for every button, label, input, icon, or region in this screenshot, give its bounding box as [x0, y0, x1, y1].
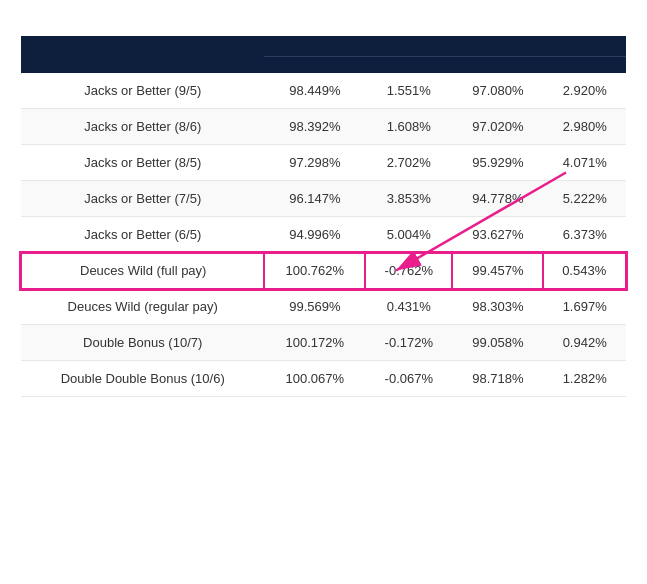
otf-house-edge-header: [543, 57, 626, 74]
fcb-house-edge-cell: 1.608%: [365, 109, 452, 145]
fcb-house-edge-cell: 3.853%: [365, 181, 452, 217]
game-name-cell: Jacks or Better (6/5): [21, 217, 264, 253]
fcb-return-rate-cell: 98.449%: [264, 73, 365, 109]
game-name-cell: Jacks or Better (8/5): [21, 145, 264, 181]
game-column-header: [21, 36, 264, 73]
fcb-house-edge-header: [365, 57, 452, 74]
otf-house-edge-cell: 6.373%: [543, 217, 626, 253]
table-row: Double Bonus (10/7)100.172%-0.172%99.058…: [21, 325, 626, 361]
otf-return-rate-cell: 98.303%: [452, 289, 543, 325]
table-row: Deuces Wild (regular pay)99.569%0.431%98…: [21, 289, 626, 325]
otf-house-edge-cell: 1.697%: [543, 289, 626, 325]
table-row: Deuces Wild (full pay)100.762%-0.762%99.…: [21, 253, 626, 289]
table-row: Jacks or Better (7/5)96.147%3.853%94.778…: [21, 181, 626, 217]
otf-return-rate-cell: 95.929%: [452, 145, 543, 181]
table-row: Jacks or Better (8/6)98.392%1.608%97.020…: [21, 109, 626, 145]
game-name-cell: Double Bonus (10/7): [21, 325, 264, 361]
fcb-return-rate-cell: 100.172%: [264, 325, 365, 361]
fcb-house-edge-cell: 0.431%: [365, 289, 452, 325]
table-row: Jacks or Better (6/5)94.996%5.004%93.627…: [21, 217, 626, 253]
game-name-cell: Jacks or Better (9/5): [21, 73, 264, 109]
otf-house-edge-cell: 1.282%: [543, 361, 626, 397]
otf-return-rate-cell: 98.718%: [452, 361, 543, 397]
otf-return-rate-cell: 97.020%: [452, 109, 543, 145]
five-credit-header: [264, 36, 452, 57]
fcb-return-rate-cell: 94.996%: [264, 217, 365, 253]
otf-return-rate-cell: 94.778%: [452, 181, 543, 217]
fcb-house-edge-cell: 2.702%: [365, 145, 452, 181]
game-name-cell: Double Double Bonus (10/6): [21, 361, 264, 397]
game-name-cell: Deuces Wild (full pay): [21, 253, 264, 289]
otf-house-edge-cell: 4.071%: [543, 145, 626, 181]
otf-return-rate-cell: 97.080%: [452, 73, 543, 109]
fcb-house-edge-cell: -0.067%: [365, 361, 452, 397]
fcb-house-edge-cell: 1.551%: [365, 73, 452, 109]
game-name-cell: Jacks or Better (7/5): [21, 181, 264, 217]
fcb-return-rate-cell: 100.762%: [264, 253, 365, 289]
otf-return-rate-cell: 99.457%: [452, 253, 543, 289]
otf-house-edge-cell: 0.942%: [543, 325, 626, 361]
fcb-house-edge-cell: -0.172%: [365, 325, 452, 361]
table-row: Jacks or Better (8/5)97.298%2.702%95.929…: [21, 145, 626, 181]
one-to-four-header: [452, 36, 626, 57]
fcb-return-rate-cell: 99.569%: [264, 289, 365, 325]
otf-return-rate-cell: 93.627%: [452, 217, 543, 253]
fcb-return-rate-cell: 96.147%: [264, 181, 365, 217]
otf-return-rate-header: [452, 57, 543, 74]
otf-house-edge-cell: 2.920%: [543, 73, 626, 109]
fcb-return-rate-cell: 100.067%: [264, 361, 365, 397]
table-row: Jacks or Better (9/5)98.449%1.551%97.080…: [21, 73, 626, 109]
fcb-return-rate-cell: 98.392%: [264, 109, 365, 145]
otf-house-edge-cell: 5.222%: [543, 181, 626, 217]
fcb-return-rate-header: [264, 57, 365, 74]
fcb-house-edge-cell: -0.762%: [365, 253, 452, 289]
game-name-cell: Deuces Wild (regular pay): [21, 289, 264, 325]
otf-house-edge-cell: 0.543%: [543, 253, 626, 289]
fcb-house-edge-cell: 5.004%: [365, 217, 452, 253]
fcb-return-rate-cell: 97.298%: [264, 145, 365, 181]
table-row: Double Double Bonus (10/6)100.067%-0.067…: [21, 361, 626, 397]
otf-house-edge-cell: 2.980%: [543, 109, 626, 145]
game-name-cell: Jacks or Better (8/6): [21, 109, 264, 145]
otf-return-rate-cell: 99.058%: [452, 325, 543, 361]
house-edge-table: Jacks or Better (9/5)98.449%1.551%97.080…: [20, 36, 627, 397]
